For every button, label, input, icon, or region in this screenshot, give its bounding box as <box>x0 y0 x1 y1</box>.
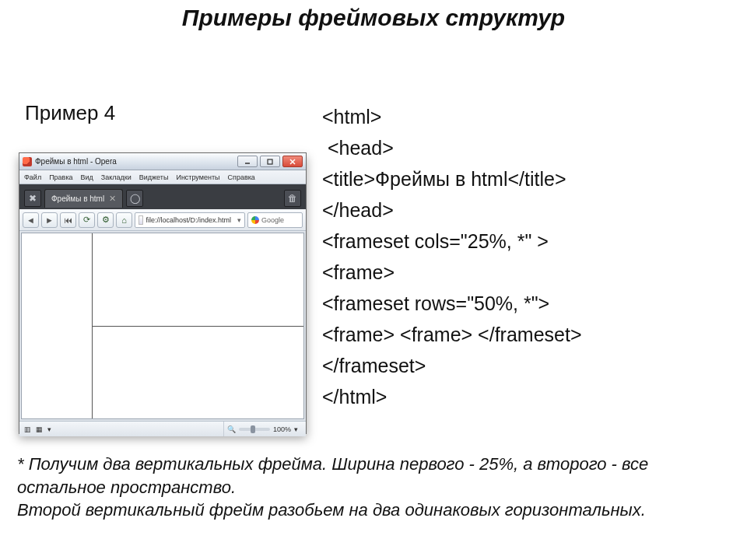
frame-right <box>93 233 304 418</box>
code-block: <html> <head> <title>Фреймы в html</titl… <box>322 70 727 412</box>
titlebar: Фреймы в html - Opera <box>19 153 306 170</box>
zoom-dropdown-icon[interactable]: ▾ <box>294 425 298 433</box>
panel-toggle-button[interactable]: ✖ <box>24 190 41 207</box>
code-line: <frame> <frame> </frameset> <box>322 324 582 345</box>
tab-active[interactable]: Фреймы в html ✕ <box>44 189 123 208</box>
back-button[interactable]: ◄ <box>23 212 39 228</box>
statusbar: ▥ ▦ ▾ 🔍 100% ▾ <box>19 421 306 436</box>
google-icon <box>251 216 259 224</box>
footnote-line: * Получим два вертикальных фрейма. Ширин… <box>17 453 717 499</box>
rewind-icon: ⏮ <box>64 215 72 225</box>
footnote-line: Второй вертикальный фрейм разобьем на дв… <box>17 499 717 522</box>
menu-item-help[interactable]: Справка <box>228 173 255 181</box>
reload-button[interactable]: ⟳ <box>79 212 95 228</box>
frame-right-top <box>93 233 304 327</box>
new-tab-button[interactable]: ◯ <box>126 190 143 207</box>
reload-icon: ⟳ <box>83 215 90 225</box>
new-tab-icon: ◯ <box>130 193 140 204</box>
close-button[interactable] <box>282 156 303 167</box>
panel-toggle-icon: ✖ <box>29 193 37 204</box>
code-line: </head> <box>322 199 394 221</box>
home-icon: ⌂ <box>121 215 127 225</box>
code-line: <frameset rows="50%, *"> <box>322 292 549 314</box>
rewind-button[interactable]: ⏮ <box>60 212 76 228</box>
stop-icon: ⚙ <box>102 215 110 225</box>
frame-right-bottom <box>93 327 304 419</box>
zoom-control[interactable]: 🔍 100% ▾ <box>223 422 301 436</box>
minimize-button[interactable] <box>237 156 258 167</box>
zoom-icon: 🔍 <box>227 425 236 433</box>
view-mode-icon[interactable]: ▦ <box>36 425 43 433</box>
frame-left <box>22 233 93 418</box>
address-bar[interactable]: file://localhost/D:/index.html ▾ <box>135 212 245 228</box>
navbar: ◄ ► ⏮ ⟳ ⚙ ⌂ file://localhost/D:/index.ht… <box>19 209 306 231</box>
page-icon <box>139 215 142 225</box>
menu-item-view[interactable]: Вид <box>81 173 93 181</box>
trash-icon: 🗑 <box>288 193 297 204</box>
menubar: Файл Правка Вид Закладки Виджеты Инструм… <box>19 170 306 184</box>
menu-item-bookmarks[interactable]: Закладки <box>101 173 132 181</box>
footnote: * Получим два вертикальных фрейма. Ширин… <box>17 453 717 522</box>
svg-rect-1 <box>268 159 272 164</box>
menu-item-file[interactable]: Файл <box>24 173 41 181</box>
window-title: Фреймы в html - Opera <box>35 157 234 166</box>
view-mode-dropdown-icon[interactable]: ▾ <box>47 425 51 433</box>
search-placeholder: Google <box>261 216 284 224</box>
forward-icon: ► <box>45 215 54 225</box>
address-dropdown-icon[interactable]: ▾ <box>237 216 241 224</box>
code-line: </html> <box>322 386 387 408</box>
maximize-button[interactable] <box>260 156 280 167</box>
menu-item-edit[interactable]: Правка <box>49 173 72 181</box>
tab-label: Фреймы в html <box>51 194 104 203</box>
example-label: Пример 4 <box>25 101 115 125</box>
code-line: <html> <box>322 106 381 128</box>
code-line: <head> <box>322 137 394 159</box>
trash-button[interactable]: 🗑 <box>284 190 301 207</box>
stop-button[interactable]: ⚙ <box>97 212 114 228</box>
code-line: </frameset> <box>322 355 426 376</box>
address-text: file://localhost/D:/index.html <box>146 216 232 224</box>
code-line: <title>Фреймы в html</title> <box>322 168 566 190</box>
browser-window: Фреймы в html - Opera Файл Правка Вид За… <box>19 152 307 434</box>
minimize-icon <box>244 158 251 166</box>
zoom-label: 100% <box>273 425 291 433</box>
tab-close-icon[interactable]: ✕ <box>109 194 116 204</box>
code-line: <frameset cols="25%, *" > <box>322 230 549 252</box>
menu-item-tools[interactable]: Инструменты <box>176 173 219 181</box>
home-button[interactable]: ⌂ <box>116 212 132 228</box>
maximize-icon <box>266 158 274 166</box>
zoom-slider[interactable] <box>239 428 270 431</box>
search-box[interactable]: Google <box>247 212 303 228</box>
back-icon: ◄ <box>26 215 35 225</box>
forward-button[interactable]: ► <box>41 212 58 228</box>
code-line: <frame> <box>322 261 395 283</box>
opera-favicon-icon <box>23 157 32 166</box>
tabstrip: ✖ Фреймы в html ✕ ◯ 🗑 <box>19 184 306 209</box>
close-icon <box>289 158 296 166</box>
frame-viewport <box>21 233 304 419</box>
view-mode-icon[interactable]: ▥ <box>24 425 31 433</box>
menu-item-widgets[interactable]: Виджеты <box>139 173 169 181</box>
slide-title: Примеры фреймовых структур <box>0 5 747 31</box>
